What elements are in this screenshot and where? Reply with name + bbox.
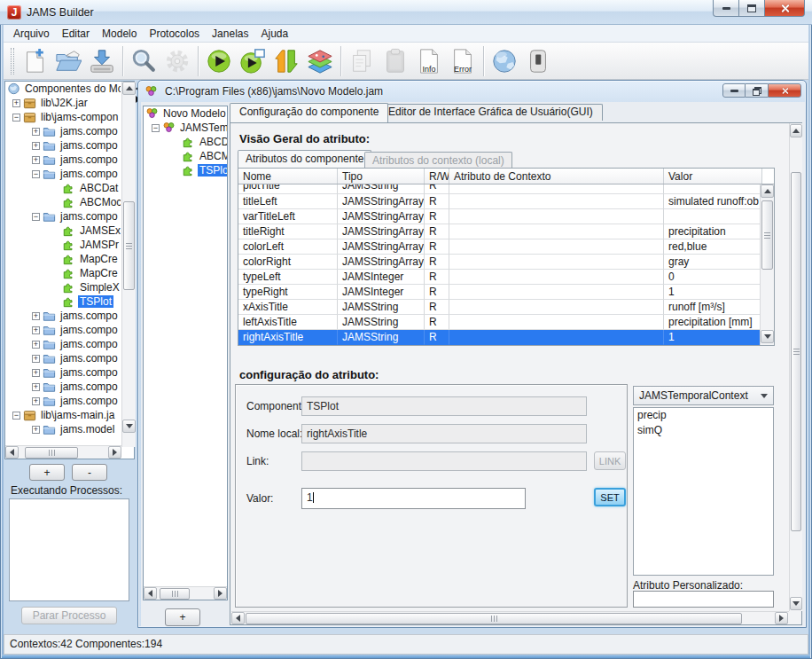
custom-attribute-field[interactable] (633, 591, 774, 608)
tree-item[interactable]: +jams.compo (5, 138, 121, 153)
table-row[interactable]: titleRightJAMSStringArrayRprecipitation (238, 224, 774, 239)
remove-library-button[interactable]: - (72, 464, 107, 481)
table-row[interactable]: titleLeftJAMSStringArrayRsimulated runof… (238, 194, 774, 209)
close-button[interactable] (764, 0, 805, 17)
tree-item[interactable]: ABCM (144, 149, 227, 163)
expand-toggle-icon[interactable]: + (32, 397, 40, 405)
tree-item[interactable]: TSPlo (144, 163, 227, 177)
copy-button[interactable] (345, 44, 379, 78)
menu-ajuda[interactable]: Ajuda (254, 26, 294, 42)
tree-item[interactable]: −jams.compo (5, 209, 121, 224)
link-button[interactable]: LINK (594, 451, 626, 470)
table-row[interactable]: plotTitleJAMSStringR (238, 184, 774, 194)
table-row[interactable]: rightAxisTitleJAMSStringR1 (238, 330, 774, 345)
table-row[interactable]: xAxisTitleJAMSStringRrunoff [m³/s] (238, 300, 774, 315)
tree-item[interactable]: +jams.compo (5, 365, 121, 380)
search-button[interactable] (127, 44, 160, 78)
tree-item[interactable]: +jams.model (5, 422, 121, 436)
executing-processes-list[interactable] (9, 498, 129, 601)
panel-hscrollbar[interactable] (231, 611, 789, 624)
menu-janelas[interactable]: Janelas (206, 26, 254, 42)
tree-item[interactable]: JAMSEx (5, 224, 121, 238)
tree-item[interactable]: +jams.compo (5, 337, 121, 351)
run-button[interactable] (202, 44, 236, 78)
tab-atributos-componente[interactable]: Atributos do componente (238, 150, 371, 168)
maximize-button[interactable] (739, 0, 764, 17)
error-doc-button[interactable]: Error (446, 44, 480, 78)
tree-item[interactable]: MapCre (5, 252, 121, 266)
collapse-toggle-icon[interactable]: − (12, 114, 20, 122)
model-add-button[interactable]: + (165, 608, 200, 626)
table-row[interactable]: leftAxisTitleJAMSStringRprecipitation [m… (238, 315, 774, 330)
tree-item[interactable]: +lib\J2K.jar (5, 96, 121, 110)
toolbar-drag-handle[interactable] (11, 48, 14, 75)
tree-item[interactable]: +jams.compo (5, 394, 121, 408)
update-button[interactable] (269, 44, 303, 78)
tree-item[interactable]: +jams.compo (5, 124, 121, 138)
collapse-toggle-icon[interactable]: − (32, 170, 40, 178)
tree-item[interactable]: TSPlot (5, 294, 121, 309)
stop-process-button[interactable]: Parar Processo (21, 607, 117, 624)
minimize-button[interactable] (713, 0, 739, 17)
tree-item[interactable]: −JAMSTem (144, 121, 227, 135)
mdi-close-button[interactable] (768, 83, 801, 98)
attribute-table-vscrollbar[interactable] (760, 184, 774, 345)
tree-item[interactable]: +jams.compo (5, 351, 121, 365)
open-folder-button[interactable] (51, 44, 85, 78)
layers-button[interactable] (303, 44, 337, 78)
tree-item[interactable]: +jams.compo (5, 153, 121, 167)
tree-item[interactable]: SimpleX (5, 280, 121, 294)
save-button[interactable] (85, 44, 119, 78)
context-list-item[interactable]: precip (634, 408, 773, 423)
components-tree-hscrollbar[interactable] (5, 445, 121, 459)
tree-item[interactable]: JAMSPr (5, 238, 121, 252)
tree-item[interactable]: MapCre (5, 266, 121, 280)
column-header-r-w[interactable]: R/W (425, 169, 449, 184)
tree-item[interactable]: Novo Modelo (144, 106, 227, 121)
mdi-restore-button[interactable] (746, 83, 768, 98)
tree-item[interactable]: +jams.compo (5, 309, 121, 323)
link-field[interactable] (301, 451, 587, 471)
device-button[interactable] (521, 44, 555, 78)
expand-toggle-icon[interactable]: + (32, 383, 40, 391)
column-header-atributo-de-contexto[interactable]: Atributo de Contexto (449, 169, 664, 184)
nome-local-field[interactable]: rightAxisTitle (301, 424, 587, 443)
components-tree-vscrollbar[interactable] (121, 82, 136, 447)
menu-modelo[interactable]: Modelo (96, 26, 143, 42)
expand-toggle-icon[interactable]: + (12, 99, 20, 107)
tree-item[interactable]: −lib\jams-main.ja (5, 408, 121, 422)
table-row[interactable]: typeLeftJAMSIntegerR0 (238, 270, 774, 285)
settings-button[interactable] (160, 44, 194, 78)
set-button[interactable]: SET (594, 488, 626, 506)
table-row[interactable]: typeRightJAMSIntegerR1 (238, 285, 774, 300)
table-row[interactable]: colorRightJAMSStringArrayRgray (238, 255, 774, 270)
expand-toggle-icon[interactable]: + (32, 326, 40, 334)
tree-item[interactable]: −jams.compo (5, 167, 121, 181)
add-library-button[interactable]: + (29, 464, 65, 481)
table-row[interactable]: colorLeftJAMSStringArrayRred,blue (238, 239, 774, 255)
componente-field[interactable]: TSPlot (301, 396, 587, 416)
collapse-toggle-icon[interactable]: − (152, 124, 160, 132)
tree-item[interactable]: Componentes do Mo (5, 82, 121, 96)
expand-toggle-icon[interactable]: + (32, 355, 40, 363)
menu-arquivo[interactable]: Arquivo (7, 26, 56, 42)
expand-toggle-icon[interactable]: + (32, 369, 40, 377)
context-list-item[interactable]: simQ (634, 423, 773, 438)
expand-toggle-icon[interactable]: + (32, 341, 40, 349)
globe-button[interactable] (488, 44, 521, 78)
context-combobox[interactable]: JAMSTemporalContext (633, 386, 774, 405)
expand-toggle-icon[interactable]: + (32, 156, 40, 164)
tree-item[interactable]: ABCDat (5, 181, 121, 195)
menu-editar[interactable]: Editar (56, 26, 96, 42)
panel-vscrollbar[interactable] (789, 123, 802, 611)
paste-button[interactable] (379, 44, 412, 78)
new-file-button[interactable] (18, 44, 51, 78)
run-gui-button[interactable] (236, 44, 269, 78)
mdi-minimize-button[interactable] (722, 83, 746, 98)
tree-item[interactable]: ABCMoc (5, 195, 121, 209)
valor-field[interactable]: 1 (301, 488, 526, 509)
tab-configuracao-componente[interactable]: Configuração do componente (230, 103, 388, 122)
expand-toggle-icon[interactable]: + (32, 128, 40, 136)
column-header-valor[interactable]: Valor (664, 169, 762, 184)
collapse-toggle-icon[interactable]: − (32, 213, 40, 221)
